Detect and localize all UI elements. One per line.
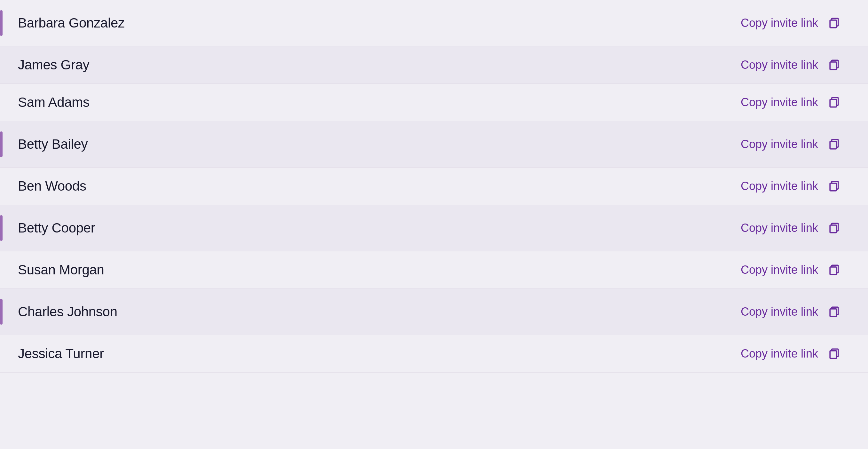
list-item: Barbara GonzalezCopy invite link (0, 0, 868, 46)
person-name: Charles Johnson (18, 304, 117, 319)
person-name: Sam Adams (18, 95, 90, 110)
group-bar (0, 215, 3, 241)
list-item: Charles JohnsonCopy invite link (0, 289, 868, 335)
copy-invite-link-button[interactable]: Copy invite link (741, 58, 818, 72)
list-item-left: Sam Adams (0, 95, 90, 110)
list-item: Jessica TurnerCopy invite link (0, 335, 868, 373)
copy-link-icon[interactable] (826, 57, 842, 73)
list-item: Betty CooperCopy invite link (0, 205, 868, 251)
group-bar (0, 299, 3, 325)
group-bar (0, 10, 3, 36)
person-name: James Gray (18, 57, 89, 73)
list-item-right: Copy invite link (741, 136, 842, 153)
list-item: Ben WoodsCopy invite link (0, 168, 868, 205)
list-item-left: Jessica Turner (0, 346, 104, 361)
list-item-right: Copy invite link (741, 15, 842, 31)
copy-invite-link-button[interactable]: Copy invite link (741, 137, 818, 151)
copy-invite-link-button[interactable]: Copy invite link (741, 180, 818, 193)
copy-link-icon[interactable] (826, 94, 842, 111)
group-bar (0, 131, 3, 157)
invite-list: Barbara GonzalezCopy invite link James G… (0, 0, 868, 373)
list-item: Betty BaileyCopy invite link (0, 121, 868, 168)
list-item-right: Copy invite link (741, 303, 842, 320)
person-name: Jessica Turner (18, 346, 104, 361)
copy-link-icon[interactable] (826, 262, 842, 278)
list-item-left: Ben Woods (0, 179, 86, 194)
list-item-left: Charles Johnson (0, 299, 117, 325)
copy-link-icon[interactable] (826, 136, 842, 153)
person-name: Susan Morgan (18, 262, 104, 278)
list-item-right: Copy invite link (741, 57, 842, 73)
copy-invite-link-button[interactable]: Copy invite link (741, 347, 818, 360)
copy-invite-link-button[interactable]: Copy invite link (741, 221, 818, 235)
list-item-right: Copy invite link (741, 345, 842, 362)
list-item-right: Copy invite link (741, 220, 842, 236)
person-name: Betty Bailey (18, 136, 88, 152)
copy-invite-link-button[interactable]: Copy invite link (741, 263, 818, 277)
copy-link-icon[interactable] (826, 15, 842, 31)
list-item-right: Copy invite link (741, 262, 842, 278)
copy-invite-link-button[interactable]: Copy invite link (741, 305, 818, 319)
copy-link-icon[interactable] (826, 220, 842, 236)
list-item: Sam AdamsCopy invite link (0, 84, 868, 121)
copy-invite-link-button[interactable]: Copy invite link (741, 96, 818, 109)
list-item-left: Betty Cooper (0, 215, 95, 241)
copy-link-icon[interactable] (826, 303, 842, 320)
list-item-left: Susan Morgan (0, 262, 104, 278)
copy-link-icon[interactable] (826, 345, 842, 362)
list-item-left: James Gray (0, 57, 89, 73)
list-item-right: Copy invite link (741, 178, 842, 194)
list-item-left: Betty Bailey (0, 131, 88, 157)
list-item-right: Copy invite link (741, 94, 842, 111)
person-name: Ben Woods (18, 179, 86, 194)
person-name: Barbara Gonzalez (18, 15, 125, 31)
list-item: Susan MorganCopy invite link (0, 251, 868, 289)
copy-link-icon[interactable] (826, 178, 842, 194)
list-item-left: Barbara Gonzalez (0, 10, 125, 36)
copy-invite-link-button[interactable]: Copy invite link (741, 16, 818, 30)
person-name: Betty Cooper (18, 220, 95, 236)
list-item: James GrayCopy invite link (0, 46, 868, 84)
